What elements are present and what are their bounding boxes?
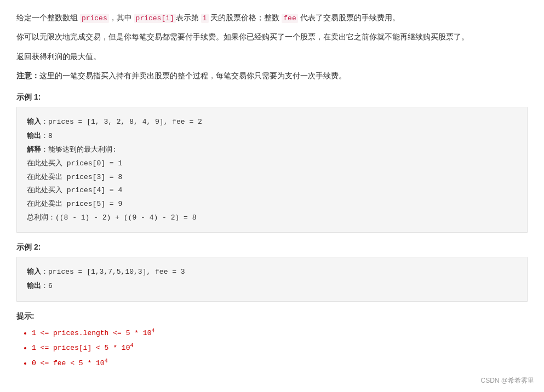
paragraph-4: 注意：这里的一笔交易指买入持有并卖出股票的整个过程，每笔交易你只需要为支付一次手… [16,69,528,83]
paragraph-1: 给定一个整数数组 prices，其中 prices[i]表示第 i 天的股票价格… [16,11,528,25]
example1-input: 输入：prices = [1, 3, 2, 8, 4, 9], fee = 2 [27,115,517,129]
example2-input: 输入：prices = [1,3,7,5,10,3], fee = 3 [27,265,517,279]
tips-title: 提示: [16,312,528,321]
tip3-text: 0 <= fee < 5 * 104 [32,359,108,367]
example1-line5: 总利润：((8 - 1) - 2) + ((9 - 4) - 2) = 8 [27,211,517,225]
example1-title: 示例 1: [16,93,528,102]
example2-output: 输出：6 [27,279,517,293]
paragraph-3: 返回获得利润的最大值。 [16,50,528,64]
example2-box: 输入：prices = [1,3,7,5,10,3], fee = 3 输出：6 [16,257,528,301]
tips-list: 1 <= prices.length <= 5 * 104 1 <= price… [16,326,528,371]
example1-line4: 在此处卖出 prices[5] = 9 [27,198,517,211]
paragraph-2: 你可以无限次地完成交易，但是你每笔交易都需要付手续费。如果你已经购买了一个股票，… [16,30,528,44]
tips-section: 提示: 1 <= prices.length <= 5 * 104 1 <= p… [16,312,528,371]
example1-box: 输入：prices = [1, 3, 2, 8, 4, 9], fee = 2 … [16,107,528,233]
tip2-text: 1 <= prices[i] < 5 * 104 [32,344,133,352]
code-i: i [201,14,209,23]
code-prices: prices [80,14,109,23]
example1-line3: 在此处买入 prices[4] = 4 [27,184,517,198]
main-content: 给定一个整数数组 prices，其中 prices[i]表示第 i 天的股票价格… [16,11,528,371]
footer-brand: CSDN @希希雾里 [480,376,534,385]
tip-3: 0 <= fee < 5 * 104 [32,355,528,370]
example1-line1: 在此处买入 prices[0] = 1 [27,157,517,171]
code-prices-i: prices[i] [134,14,176,23]
example1-output: 输出：8 [27,129,517,143]
example2-title: 示例 2: [16,243,528,252]
note-label: 注意： [16,71,39,80]
example1-line2: 在此处卖出 prices[3] = 8 [27,171,517,185]
tip1-text: 1 <= prices.length <= 5 * 104 [32,329,154,337]
tip-1: 1 <= prices.length <= 5 * 104 [32,326,528,341]
tip-2: 1 <= prices[i] < 5 * 104 [32,341,528,355]
example1-explain-label: 解释：能够达到的最大利润: [27,143,517,157]
code-fee: fee [282,14,297,23]
